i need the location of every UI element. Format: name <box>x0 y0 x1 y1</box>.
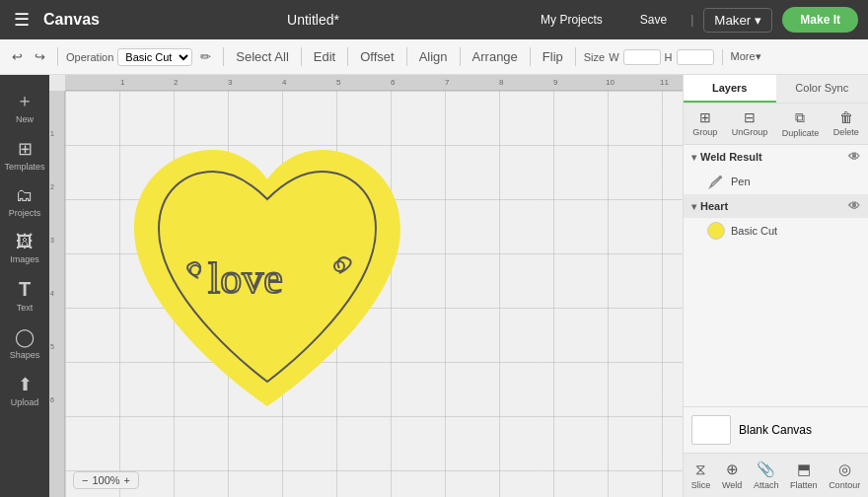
tab-layers[interactable]: Layers <box>684 75 776 103</box>
panel-toolbar: ⊞ Group ⊟ UnGroup ⧉ Duplicate 🗑 Delete <box>684 104 868 145</box>
blank-canvas-section: Blank Canvas <box>684 406 868 453</box>
sidebar-item-templates-label: Templates <box>4 162 44 172</box>
group-icon: ⊞ <box>699 109 711 125</box>
layers-content: ▾ Weld Result 👁 Pen ▾ <box>684 145 868 406</box>
contour-icon: ◎ <box>838 461 851 478</box>
toolbar-select-all-group: Select All <box>232 47 301 66</box>
contour-button[interactable]: ◎ Contour <box>825 458 864 493</box>
toolbar-undo-group: ↩ ↪ <box>8 47 58 66</box>
new-icon: ＋ <box>16 89 34 112</box>
sidebar-item-projects[interactable]: 🗂 Projects <box>0 179 49 224</box>
delete-label: Delete <box>833 127 859 137</box>
ungroup-button[interactable]: ⊟ UnGroup <box>728 107 772 140</box>
zoom-increase-icon[interactable]: + <box>124 474 130 486</box>
panel-tabs: Layers Color Sync <box>684 75 868 104</box>
projects-icon: 🗂 <box>16 185 34 206</box>
blank-canvas-label: Blank Canvas <box>739 423 812 437</box>
attach-icon: 📎 <box>757 461 775 478</box>
layer-group-weld-result-header[interactable]: ▾ Weld Result 👁 <box>684 145 868 169</box>
flatten-label: Flatten <box>790 480 818 490</box>
layer-item-basic-cut[interactable]: Basic Cut <box>684 218 868 244</box>
flatten-icon: ⬒ <box>797 461 811 478</box>
main-area: ＋ New ⊞ Templates 🗂 Projects 🖼 Images T … <box>0 75 868 497</box>
eye-icon-weld[interactable]: 👁 <box>848 150 860 164</box>
layer-group-weld-result-name: Weld Result <box>700 151 762 163</box>
chevron-down-icon: ▾ <box>691 152 696 163</box>
toolbar-arrange-group: Arrange <box>469 47 531 66</box>
toolbar-flip-group: Flip <box>539 47 576 66</box>
sidebar-item-text[interactable]: T Text <box>0 272 49 319</box>
templates-icon: ⊞ <box>18 138 33 160</box>
nav-divider: | <box>690 13 693 27</box>
sidebar-item-upload[interactable]: ⬆ Upload <box>0 368 49 413</box>
zoom-decrease-icon[interactable]: − <box>82 474 88 486</box>
delete-button[interactable]: 🗑 Delete <box>830 107 863 140</box>
attach-label: Attach <box>754 480 779 490</box>
align-button[interactable]: Align <box>415 47 452 66</box>
operation-select[interactable]: Basic Cut <box>117 48 192 66</box>
chevron-down-icon: ▾ <box>755 13 761 28</box>
canvas-area[interactable]: 1 2 3 4 5 6 7 8 9 10 11 1 2 3 4 5 6 <box>49 75 683 497</box>
canvas-content: love <box>65 91 683 497</box>
weld-button[interactable]: ⊕ Weld <box>718 458 746 493</box>
make-it-button[interactable]: Make It <box>782 7 858 33</box>
save-button[interactable]: Save <box>626 8 681 32</box>
eye-icon-heart[interactable]: 👁 <box>848 199 860 213</box>
svg-point-3 <box>719 176 722 178</box>
toolbar-align-group: Align <box>415 47 461 66</box>
redo-button[interactable]: ↪ <box>31 47 49 66</box>
edit-button[interactable]: Edit <box>310 47 339 66</box>
left-sidebar: ＋ New ⊞ Templates 🗂 Projects 🖼 Images T … <box>0 75 49 497</box>
arrange-button[interactable]: Arrange <box>469 47 522 66</box>
w-label: W <box>609 51 618 63</box>
group-button[interactable]: ⊞ Group <box>688 107 721 140</box>
operation-label: Operation <box>66 51 113 63</box>
sidebar-item-images[interactable]: 🖼 Images <box>0 226 49 270</box>
pen-layer-icon <box>707 173 725 190</box>
undo-button[interactable]: ↩ <box>8 47 27 66</box>
tab-color-sync[interactable]: Color Sync <box>776 75 869 103</box>
toolbar-edit-group: Edit <box>310 47 348 66</box>
sidebar-item-shapes[interactable]: ◯ Shapes <box>0 320 49 366</box>
layer-group-heart-header[interactable]: ▾ Heart 👁 <box>684 194 868 218</box>
zoom-value: 100% <box>92 474 119 486</box>
layer-item-basic-cut-label: Basic Cut <box>731 225 777 237</box>
flatten-button[interactable]: ⬒ Flatten <box>786 458 822 493</box>
toolbar-offset-group: Offset <box>356 47 406 66</box>
upload-icon: ⬆ <box>18 374 33 395</box>
my-projects-button[interactable]: My Projects <box>527 8 616 32</box>
select-all-button[interactable]: Select All <box>232 47 292 66</box>
slice-button[interactable]: ⧖ Slice <box>687 458 715 493</box>
top-nav: ☰ Canvas Untitled* My Projects Save | Ma… <box>0 0 868 39</box>
flip-button[interactable]: Flip <box>539 47 567 66</box>
duplicate-button[interactable]: ⧉ Duplicate <box>778 107 824 140</box>
sidebar-item-templates[interactable]: ⊞ Templates <box>0 132 49 178</box>
chevron-down-heart-icon: ▾ <box>691 201 696 212</box>
menu-icon[interactable]: ☰ <box>10 7 34 33</box>
more-button[interactable]: More▾ <box>731 50 761 63</box>
edit-icon[interactable]: ✏ <box>196 47 215 66</box>
blank-canvas-preview <box>691 415 731 445</box>
height-input[interactable] <box>677 49 714 65</box>
sidebar-item-new[interactable]: ＋ New <box>0 83 49 130</box>
maker-button[interactable]: Maker ▾ <box>703 8 772 33</box>
layer-group-heart-name: Heart <box>700 200 728 212</box>
sidebar-item-shapes-label: Shapes <box>10 350 40 360</box>
slice-label: Slice <box>691 480 711 490</box>
document-title: Untitled* <box>287 12 339 28</box>
group-label: Group <box>692 127 717 137</box>
heart-design[interactable]: love <box>114 120 420 446</box>
slice-icon: ⧖ <box>695 461 706 478</box>
attach-button[interactable]: 📎 Attach <box>750 458 783 493</box>
delete-icon: 🗑 <box>839 109 853 125</box>
width-input[interactable] <box>623 49 661 65</box>
duplicate-label: Duplicate <box>782 128 820 138</box>
layer-group-heart: ▾ Heart 👁 Basic Cut <box>684 194 868 244</box>
layer-item-pen[interactable]: Pen <box>684 169 868 194</box>
text-icon: T <box>19 278 31 301</box>
sidebar-item-text-label: Text <box>17 303 34 313</box>
offset-button[interactable]: Offset <box>356 47 398 66</box>
contour-label: Contour <box>829 480 860 490</box>
svg-text:love: love <box>208 254 283 303</box>
size-label: Size <box>584 51 605 63</box>
